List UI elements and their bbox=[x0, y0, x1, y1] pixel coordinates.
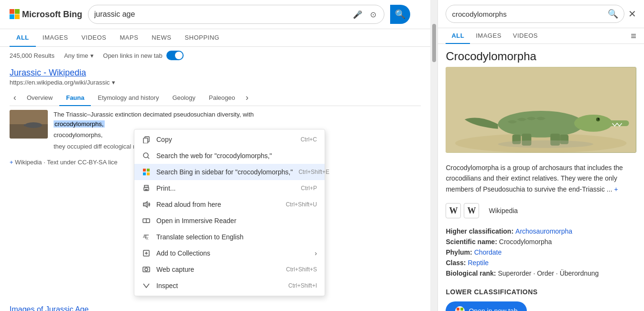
lower-class-title: LOWER CLASSIFICATIONS bbox=[438, 284, 644, 298]
ctx-translate[interactable]: A 文 Translate selection to English bbox=[134, 229, 325, 245]
fact-label-4: Class: bbox=[446, 259, 466, 267]
ctx-immersive[interactable]: Open in Immersive Reader bbox=[134, 213, 325, 229]
open-new-tab-button[interactable]: Open in new tab bbox=[446, 301, 527, 311]
svg-rect-33 bbox=[608, 120, 629, 126]
result-url: https://en.wikipedia.org/wiki/Jurassic ▾ bbox=[10, 79, 421, 86]
sidebar-menu-button[interactable]: ≡ bbox=[631, 31, 636, 42]
ctx-read-shortcut: Ctrl+Shift+U bbox=[286, 201, 317, 208]
section-tab-fauna[interactable]: Fauna bbox=[59, 90, 91, 106]
sidebar-search-button[interactable]: 🔍 bbox=[608, 9, 618, 19]
search-web-icon bbox=[142, 151, 151, 160]
svg-rect-10 bbox=[143, 172, 146, 175]
section-tab-overview[interactable]: Overview bbox=[20, 90, 59, 106]
ctx-webcapture[interactable]: Web capture Ctrl+Shift+S bbox=[134, 261, 325, 278]
tab-news[interactable]: NEWS bbox=[145, 29, 178, 47]
section-tabs: ‹ Overview Fauna Etymology and history G… bbox=[10, 90, 421, 106]
scroll-track[interactable] bbox=[432, 24, 436, 62]
ctx-inspect-shortcut: Ctrl+Shift+I bbox=[288, 282, 317, 289]
result-title[interactable]: Jurassic - Wikipedia bbox=[10, 68, 421, 78]
section-tab-paleogeo[interactable]: Paleogeo bbox=[202, 90, 242, 106]
fact-label-1: Higher classification: bbox=[446, 227, 513, 235]
sidebar-search-input[interactable] bbox=[452, 10, 608, 18]
images-title[interactable]: Images of Jurassic Age bbox=[10, 305, 421, 311]
tab-maps[interactable]: MAPS bbox=[113, 29, 145, 47]
bing-logo-text: Microsoft Bing bbox=[22, 10, 82, 20]
logo-sq-green bbox=[15, 9, 20, 14]
wiki-row: W W Wikipedia bbox=[438, 200, 644, 224]
ctx-collections[interactable]: Add to Collections › bbox=[134, 245, 325, 261]
sidebar-title: Crocodylomorpha bbox=[438, 44, 644, 67]
section-next-button[interactable]: › bbox=[242, 90, 252, 106]
immersive-icon bbox=[142, 216, 151, 225]
fact-label-3: Phylum: bbox=[446, 248, 472, 256]
fact-row-4: Class: Reptile bbox=[446, 257, 636, 268]
ctx-copy-label: Copy bbox=[156, 136, 172, 143]
section-tab-geology[interactable]: Geology bbox=[165, 90, 202, 106]
anytime-filter[interactable]: Any time ▾ bbox=[64, 52, 94, 59]
svg-line-7 bbox=[148, 157, 149, 159]
fact-row-3: Phylum: Chordate bbox=[446, 247, 636, 257]
svg-rect-9 bbox=[147, 169, 150, 172]
right-sidebar: 🔍 ✕ ALL IMAGES VIDEOS ≡ Crocodylomorpha bbox=[437, 0, 644, 311]
sidebar-more-link[interactable]: + bbox=[614, 185, 618, 193]
svg-rect-5 bbox=[143, 138, 148, 143]
open-newtab-switch[interactable] bbox=[166, 51, 184, 60]
fact-row-1: Higher classification: Archosauromorpha bbox=[446, 226, 636, 236]
section-tab-etymology[interactable]: Etymology and history bbox=[91, 90, 165, 106]
open-newtab-toggle: Open links in new tab bbox=[103, 51, 184, 60]
ctx-search-bing-sidebar[interactable]: Search Bing in sidebar for "crocodylomor… bbox=[134, 164, 325, 180]
tab-all[interactable]: ALL bbox=[10, 29, 36, 47]
fact-value-3[interactable]: Chordate bbox=[474, 248, 502, 256]
ctx-search-web[interactable]: Search the web for "crocodylomorphs," bbox=[134, 148, 325, 164]
ctx-translate-label: Translate selection to English bbox=[156, 233, 243, 241]
ctx-copy[interactable]: Copy Ctrl+C bbox=[134, 131, 325, 148]
ctx-copy-shortcut: Ctrl+C bbox=[301, 136, 317, 143]
ctx-inspect[interactable]: Inspect Ctrl+Shift+I bbox=[134, 278, 325, 294]
sidebar-close-button[interactable]: ✕ bbox=[628, 8, 636, 20]
wiki-label-text[interactable]: Wikipedia bbox=[489, 207, 518, 214]
fact-value-1[interactable]: Archosauromorpha bbox=[515, 227, 572, 235]
left-panel: Microsoft Bing 🎤 ⊙ 🔍 ALL IMAGES VIDEOS M… bbox=[0, 0, 430, 311]
mic-icon[interactable]: 🎤 bbox=[351, 8, 364, 21]
sidebar-search-bar[interactable]: 🔍 bbox=[446, 5, 624, 23]
logo-squares bbox=[10, 9, 20, 20]
sidebar-tab-videos[interactable]: VIDEOS bbox=[507, 28, 544, 44]
ctx-bing-shortcut: Ctrl+Shift+E bbox=[298, 169, 329, 175]
tab-images[interactable]: IMAGES bbox=[36, 29, 75, 47]
sidebar-desc-text: Crocodylomorpha is a group of archosaurs… bbox=[446, 164, 622, 193]
sidebar-tab-images[interactable]: IMAGES bbox=[470, 28, 507, 44]
result-text1: The Triassic–Jurassic extinction decimat… bbox=[54, 111, 254, 118]
result-url-text[interactable]: https://en.wikipedia.org/wiki/Jurassic bbox=[10, 79, 110, 86]
camera-icon[interactable]: ⊙ bbox=[368, 8, 378, 21]
svg-point-32 bbox=[574, 115, 612, 132]
result-thumbnail bbox=[10, 110, 48, 139]
svg-rect-42 bbox=[460, 308, 463, 311]
tab-videos[interactable]: VIDEOS bbox=[75, 29, 113, 47]
search-button[interactable]: 🔍 bbox=[390, 5, 410, 24]
ctx-collections-label: Add to Collections bbox=[156, 249, 210, 257]
ctx-print[interactable]: Print... Ctrl+P bbox=[134, 180, 325, 196]
url-chevron-icon[interactable]: ▾ bbox=[112, 79, 115, 86]
sidebar-description: Crocodylomorpha is a group of archosaurs… bbox=[438, 159, 644, 200]
svg-rect-3 bbox=[24, 124, 28, 126]
sidebar-nav: ALL IMAGES VIDEOS ≡ bbox=[438, 28, 644, 44]
expand-link[interactable]: + bbox=[10, 159, 13, 166]
result-text3: they occupied diff bbox=[54, 143, 102, 150]
section-prev-button[interactable]: ‹ bbox=[10, 90, 20, 106]
fact-row-5: Biological rank: Superorder · Order · Üb… bbox=[446, 268, 636, 279]
fact-value-4[interactable]: Reptile bbox=[468, 259, 489, 267]
search-input[interactable] bbox=[94, 10, 351, 19]
ctx-bing-label: Search Bing in sidebar for "crocodylomor… bbox=[156, 168, 293, 176]
nav-tabs: ALL IMAGES VIDEOS MAPS NEWS SHOPPING bbox=[0, 29, 430, 47]
tab-shopping[interactable]: SHOPPING bbox=[178, 29, 226, 47]
ctx-read-aloud[interactable]: Read aloud from here Ctrl+Shift+U bbox=[134, 196, 325, 213]
sidebar-tab-all[interactable]: ALL bbox=[446, 28, 470, 44]
result-highlighted-word: crocodylomorphs, bbox=[54, 120, 105, 128]
svg-point-31 bbox=[498, 111, 584, 138]
search-bar[interactable]: 🎤 ⊙ bbox=[88, 5, 384, 24]
scrollbar-column bbox=[430, 0, 437, 311]
collections-icon bbox=[142, 249, 151, 257]
logo-sq-red bbox=[10, 9, 14, 14]
wikipedia-icon-2: W bbox=[464, 203, 479, 218]
collections-arrow-icon: › bbox=[315, 249, 317, 257]
